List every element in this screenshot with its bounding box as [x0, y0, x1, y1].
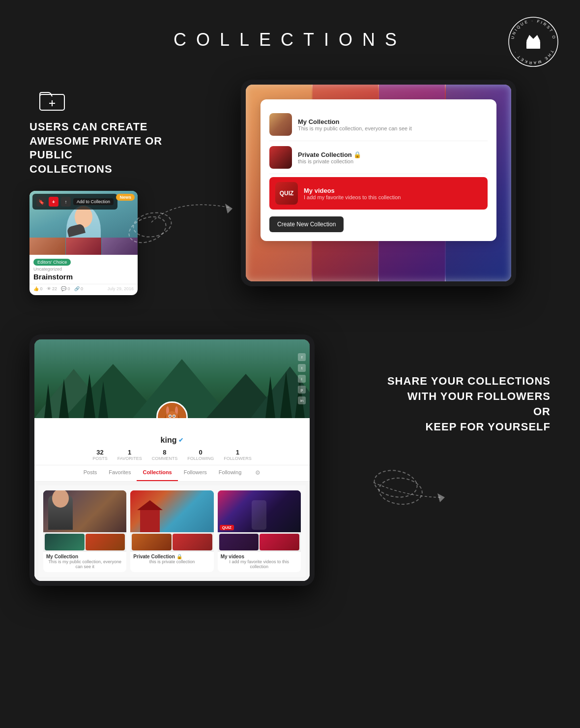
tablet-mockup-bottom: f t i p in — [29, 334, 315, 586]
grid-item-1[interactable]: My Collection This is my public collecti… — [43, 490, 126, 572]
svg-rect-5 — [526, 47, 540, 49]
profile-header: f t i p in — [34, 339, 310, 418]
grid-item-3[interactable]: QUIZ My videos I add my favorite videos — [218, 490, 301, 572]
social-icons-panel: f t i p in — [298, 353, 306, 404]
tab-favorites[interactable]: Favorites — [103, 465, 137, 481]
svg-point-32 — [170, 416, 171, 417]
facebook-icon[interactable]: f — [298, 353, 306, 361]
card-toolbar: 🔖 + ↑ Add to Collection — [32, 194, 117, 210]
small-card-image: 🔖 + ↑ Add to Collection News — [29, 191, 138, 255]
profile-tabs: Posts Favorites Collections Followers Fo… — [34, 465, 310, 482]
quiz-badge: QUIZ — [220, 525, 234, 530]
card-category: Uncategorized — [29, 267, 138, 273]
profile-avatar — [156, 401, 188, 418]
connector-line-bottom — [369, 468, 447, 507]
profile-stats: 32 POSTS 1 FAVORITES 8 COMMENTS 0 FOLLOW… — [34, 445, 310, 465]
caption-1: My Collection This is my public collecti… — [43, 552, 126, 572]
create-new-collection-button[interactable]: Create New Collection — [269, 216, 344, 232]
news-badge: News — [116, 194, 135, 201]
pinterest-icon[interactable]: p — [298, 386, 306, 394]
folder-icon-wrap — [39, 90, 65, 113]
add-to-collection-btn[interactable]: Add to Collection — [73, 198, 114, 205]
collection-panel: My Collection This is my public collecti… — [261, 99, 496, 241]
right-feature: SHARE YOUR COLLECTIONSWITH YOUR FOLLOWER… — [334, 334, 551, 434]
profile-avatar-container: ⭐ 175 — [156, 401, 188, 418]
instagram-icon[interactable]: i — [298, 375, 306, 383]
views-count: 👁 22 — [47, 286, 58, 291]
tab-following[interactable]: Following — [213, 465, 247, 481]
collection-info-3: My videos I add my favorite videos to th… — [304, 187, 482, 200]
svg-marker-35 — [437, 493, 445, 502]
thumb-2 — [269, 146, 292, 169]
tab-posts[interactable]: Posts — [78, 465, 103, 481]
svg-rect-3 — [526, 41, 540, 48]
stat-favorites: 1 FAVORITES — [117, 449, 142, 461]
grid-item-2[interactable]: Private Collection 🔒 this is private col… — [130, 490, 213, 572]
right-feature-text: SHARE YOUR COLLECTIONSWITH YOUR FOLLOWER… — [344, 374, 551, 434]
tab-followers[interactable]: Followers — [178, 465, 213, 481]
share-btn[interactable]: ↑ — [61, 197, 71, 207]
collection-info-2: Private Collection 🔒 this is private col… — [298, 151, 488, 164]
tablet-large-screen: f t i p in — [34, 339, 310, 581]
date: July 29, 2016 — [107, 286, 134, 291]
feature-text: USERS CAN CREATEAWESOME PRIVATE OR PUBLI… — [29, 120, 187, 176]
card-title: Brainstorm — [29, 273, 138, 284]
collection-item-3-active[interactable]: QUIZ My videos I add my favorite videos … — [269, 177, 488, 210]
editors-badge: Editors' Choice — [33, 259, 71, 266]
stat-posts: 32 POSTS — [92, 449, 108, 461]
svg-marker-4 — [526, 35, 540, 41]
avatar-creature — [158, 403, 186, 418]
connector-oval-3 — [372, 467, 420, 501]
page-title: COLLECTIONS — [0, 0, 580, 50]
folder-icon — [39, 90, 65, 111]
collection-name-3: My videos — [304, 187, 482, 194]
small-card: 🔖 + ↑ Add to Collection News Editors' Ch… — [29, 191, 138, 295]
caption-3: My videos I add my favorite videos to th… — [218, 552, 301, 572]
stat-following: 0 FOLLOWING — [187, 449, 214, 461]
comments-count: 💬 0 — [61, 286, 70, 291]
shares-count: 🔗 0 — [74, 286, 84, 291]
collection-item-2[interactable]: Private Collection 🔒 this is private col… — [269, 141, 488, 174]
linkedin-icon[interactable]: in — [298, 396, 306, 404]
verified-icon: ✔ — [178, 437, 183, 444]
collection-item-1[interactable]: My Collection This is my public collecti… — [269, 108, 488, 141]
twitter-icon[interactable]: t — [298, 364, 306, 372]
section-bottom: f t i p in — [0, 295, 580, 615]
tablet-screen-top: My Collection This is my public collecti… — [246, 85, 511, 281]
left-feature: USERS CAN CREATEAWESOME PRIVATE OR PUBLI… — [29, 80, 187, 295]
collections-grid-container: My Collection This is my public collecti… — [34, 482, 310, 581]
caption-2: Private Collection 🔒 this is private col… — [130, 552, 213, 567]
thumb-1 — [269, 113, 292, 136]
bookmark-btn[interactable]: 🔖 — [36, 197, 46, 207]
svg-point-33 — [174, 416, 175, 417]
stat-comments: 8 COMMENTS — [152, 449, 178, 461]
likes-count: 👍 0 — [33, 286, 43, 291]
tablet-device-top: My Collection This is my public collecti… — [241, 80, 516, 286]
profile-name: king ✔ — [34, 436, 310, 445]
collection-info-1: My Collection This is my public collecti… — [298, 118, 488, 131]
profile-content: king ✔ 32 POSTS 1 FAVORITES 8 COMME — [34, 418, 310, 581]
plus-btn[interactable]: + — [49, 197, 58, 207]
collection-desc-2: this is private collection — [298, 158, 488, 164]
tab-collections[interactable]: Collections — [137, 465, 177, 481]
collection-desc-3: I add my favorite videos to this collect… — [304, 194, 482, 200]
tab-settings[interactable]: ⚙ — [249, 465, 266, 481]
collection-name-1: My Collection — [298, 118, 488, 125]
collections-grid: My Collection This is my public collecti… — [38, 485, 306, 577]
collection-desc-1: This is my public collection, everyone c… — [298, 125, 488, 131]
card-meta: 👍 0 👁 22 💬 0 🔗 0 July 29, 2016 — [29, 284, 138, 295]
connector-oval-4 — [377, 476, 424, 507]
tablet-mockup-top: My Collection This is my public collecti… — [206, 80, 551, 286]
stat-followers: 1 FOLLOWERS — [224, 449, 252, 461]
collection-name-2: Private Collection 🔒 — [298, 151, 488, 158]
